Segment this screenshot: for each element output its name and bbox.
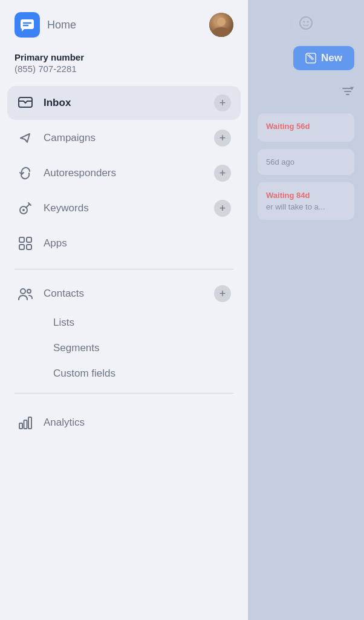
svg-rect-1 xyxy=(21,19,34,29)
header-left: Home xyxy=(15,12,76,38)
conversation-item-3[interactable]: Waiting 84d er will take to a... xyxy=(258,182,354,220)
conversation-item-1[interactable]: Waiting 56d xyxy=(258,113,354,142)
inbox-icon xyxy=(17,94,34,111)
svg-rect-6 xyxy=(27,237,31,242)
keywords-icon xyxy=(17,200,34,217)
sidebar: Home Primary number (855) 707-2281 Inbox… xyxy=(0,0,248,620)
svg-rect-11 xyxy=(19,423,22,429)
right-panel-content: New Waiting 56d 56d ago Waiting 84d er w… xyxy=(248,0,364,237)
primary-number-value: (855) 707-2281 xyxy=(15,64,233,74)
conv-preview-3: er will take to a... xyxy=(266,202,346,211)
campaigns-add-button[interactable]: + xyxy=(214,130,231,147)
conv-time-2: 56d ago xyxy=(266,157,346,167)
sidebar-item-autoresponders[interactable]: Autoresponders + xyxy=(7,156,241,190)
svg-point-4 xyxy=(22,209,25,211)
inbox-label: Inbox xyxy=(44,97,71,109)
svg-point-16 xyxy=(307,21,309,23)
conversation-item-2[interactable]: 56d ago xyxy=(258,149,354,175)
sidebar-item-apps[interactable]: Apps xyxy=(7,226,241,260)
waiting-badge-1: Waiting 56d xyxy=(266,122,346,131)
apps-icon xyxy=(17,235,34,252)
avatar-image xyxy=(209,13,233,37)
primary-number-label: Primary number xyxy=(15,52,233,62)
contacts-label: Contacts xyxy=(44,288,84,300)
contacts-section: Contacts + Lists Segments Custom fields xyxy=(0,277,248,386)
app-logo[interactable] xyxy=(15,12,40,38)
contacts-add-button[interactable]: + xyxy=(214,285,231,302)
contacts-sub-lists[interactable]: Lists xyxy=(44,311,241,335)
svg-rect-13 xyxy=(28,417,31,429)
campaigns-label: Campaigns xyxy=(44,132,96,144)
sort-icon-area xyxy=(258,85,354,101)
keywords-add-button[interactable]: + xyxy=(214,200,231,217)
contacts-sub-segments[interactable]: Segments xyxy=(44,336,241,360)
divider-2 xyxy=(15,393,233,394)
svg-point-15 xyxy=(304,21,305,23)
sidebar-header: Home xyxy=(0,0,248,47)
analytics-label: Analytics xyxy=(44,417,85,429)
autoresponders-add-button[interactable]: + xyxy=(214,165,231,182)
apps-label: Apps xyxy=(44,237,67,249)
right-panel: New Waiting 56d 56d ago Waiting 84d er w… xyxy=(248,0,364,620)
home-label: Home xyxy=(47,19,76,31)
svg-rect-7 xyxy=(19,245,24,249)
contacts-icon xyxy=(17,285,34,302)
nav-section: Inbox + Campaigns + xyxy=(0,86,248,262)
contacts-sub-custom-fields[interactable]: Custom fields xyxy=(44,361,241,386)
divider-1 xyxy=(15,269,233,269)
svg-rect-5 xyxy=(19,237,24,242)
svg-point-9 xyxy=(21,289,25,294)
svg-rect-8 xyxy=(27,245,31,249)
keywords-label: Keywords xyxy=(44,202,89,214)
svg-point-10 xyxy=(27,289,31,293)
sidebar-item-analytics[interactable]: Analytics xyxy=(7,406,241,440)
new-button-area: New xyxy=(258,46,354,70)
analytics-icon xyxy=(17,414,34,431)
smiley-icon xyxy=(293,10,319,36)
svg-point-14 xyxy=(300,17,312,29)
sort-icon[interactable] xyxy=(341,85,354,101)
sidebar-item-campaigns[interactable]: Campaigns + xyxy=(7,121,241,155)
inbox-add-button[interactable]: + xyxy=(214,94,231,111)
svg-rect-12 xyxy=(24,420,27,429)
waiting-badge-3: Waiting 84d xyxy=(266,191,346,200)
contacts-sub-items: Lists Segments Custom fields xyxy=(7,311,241,386)
primary-number-section: Primary number (855) 707-2281 xyxy=(0,47,248,86)
new-button[interactable]: New xyxy=(293,46,354,70)
analytics-section: Analytics xyxy=(0,406,248,440)
top-icon-area xyxy=(258,10,354,36)
sidebar-item-keywords[interactable]: Keywords + xyxy=(7,191,241,225)
autoresponders-icon xyxy=(17,165,34,182)
contacts-header[interactable]: Contacts + xyxy=(7,277,241,311)
campaigns-icon xyxy=(17,130,34,147)
avatar[interactable] xyxy=(209,13,233,37)
sidebar-item-inbox[interactable]: Inbox + xyxy=(7,86,241,120)
autoresponders-label: Autoresponders xyxy=(44,167,116,179)
